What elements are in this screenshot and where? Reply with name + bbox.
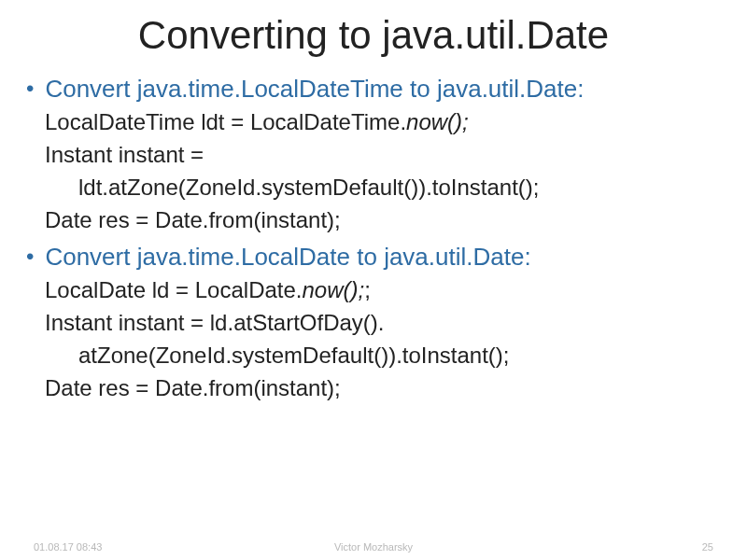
bullet-icon: • [26,241,34,273]
code-italic: now(); [303,277,365,302]
code-line: LocalDate ld = LocalDate.now();; [45,274,712,305]
footer-date: 01.08.17 08:43 [34,541,102,553]
bullet-item: • Convert java.time.LocalDateTime to jav… [45,73,712,105]
code-text: Date res = Date.from(instant); [45,375,341,400]
code-line: LocalDateTime ldt = LocalDateTime.now(); [45,106,712,137]
footer-page-number: 25 [702,541,713,553]
code-line: ldt.atZone(ZoneId.systemDefault()).toIns… [45,172,712,203]
code-text: Instant instant = [45,142,204,167]
code-text: LocalDate ld = LocalDate. [45,277,303,302]
bullet-heading: Convert java.time.LocalDateTime to java.… [45,73,584,105]
footer-author: Victor Mozharsky [334,541,413,553]
code-line: Instant instant = [45,139,712,170]
bullet-heading: Convert java.time.LocalDate to java.util… [45,241,530,273]
code-text: LocalDateTime ldt = LocalDateTime. [45,109,406,134]
bullet-icon: • [26,73,34,105]
code-line: Instant instant = ld.atStartOfDay(). [45,307,712,338]
code-text: Date res = Date.from(instant); [45,207,341,232]
code-italic: now(); [406,109,469,134]
bullet-item: • Convert java.time.LocalDate to java.ut… [45,241,712,273]
slide-content: • Convert java.time.LocalDateTime to jav… [0,73,747,403]
code-line: Date res = Date.from(instant); [45,372,712,403]
slide-title: Converting to java.util.Date [0,0,747,67]
code-post: ; [364,277,371,302]
slide-footer: 01.08.17 08:43 Victor Mozharsky 25 [0,541,747,553]
code-line: Date res = Date.from(instant); [45,204,712,235]
code-text: ldt.atZone(ZoneId.systemDefault()).toIns… [78,175,540,200]
code-text: Instant instant = ld.atStartOfDay(). [45,310,385,335]
code-text: atZone(ZoneId.systemDefault()).toInstant… [78,343,510,368]
code-line: atZone(ZoneId.systemDefault()).toInstant… [45,340,712,371]
